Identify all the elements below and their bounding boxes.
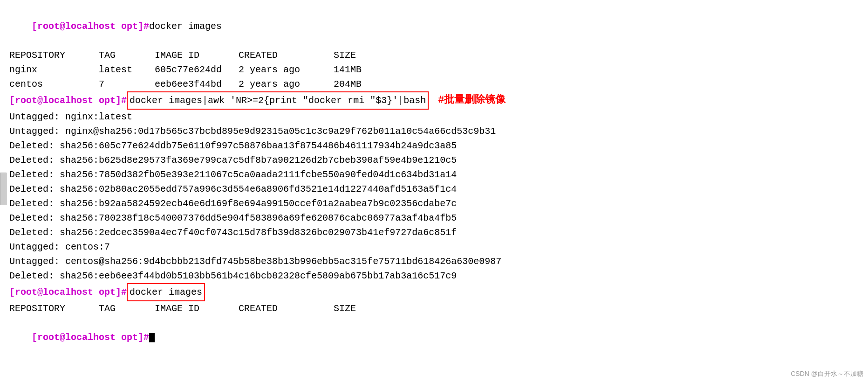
line-10: Deleted: sha256:7850d382fb05e393e211067c… — [9, 167, 859, 182]
comment-batch-delete: #批量删除镜像 — [438, 92, 506, 108]
line-5: [root@localhost opt]#docker images|awk '… — [9, 91, 859, 110]
line-8: Deleted: sha256:605c77e624ddb75e6110f997… — [9, 139, 859, 153]
line-13: Deleted: sha256:780238f18c540007376dd5e9… — [9, 211, 859, 225]
docker-images-cmd: docker images — [130, 287, 202, 298]
line-1: [root@localhost opt]#docker images — [9, 5, 859, 48]
line-19: REPOSITORY TAG IMAGE ID CREATED SIZE — [9, 301, 859, 316]
line-7: Untagged: nginx@sha256:0d17b565c37bcbd89… — [9, 124, 859, 139]
line-4: centos 7 eeb6ee3f44bd 2 years ago 204MB — [9, 77, 859, 91]
line-14: Deleted: sha256:2edcec3590a4ec7f40cf0743… — [9, 225, 859, 240]
watermark: CSDN @白开水～不加糖 — [791, 370, 863, 378]
prompt-18: [root@localhost opt]# — [9, 285, 127, 299]
line-18: [root@localhost opt]#docker images — [9, 283, 859, 301]
line-16: Untagged: centos@sha256:9d4bcbbb213dfd74… — [9, 254, 859, 269]
line-17: Deleted: sha256:eeb6ee3f44bd0b5103bb561b… — [9, 269, 859, 283]
line-20: [root@localhost opt]# — [9, 316, 859, 359]
prompt-1: [root@localhost opt]# — [32, 21, 149, 32]
line-11: Deleted: sha256:02b80ac2055edd757a996c3d… — [9, 182, 859, 196]
line-9: Deleted: sha256:b625d8e29573fa369e799ca7… — [9, 153, 859, 167]
line-12: Deleted: sha256:b92aa5824592ecb46e6d169f… — [9, 196, 859, 211]
scrollbar[interactable] — [0, 173, 7, 205]
line-3: nginx latest 605c77e624dd 2 years ago 14… — [9, 63, 859, 77]
prompt-5: [root@localhost opt]# — [9, 93, 127, 108]
terminal: [root@localhost opt]#docker images REPOS… — [0, 0, 868, 368]
awk-cmd-text: docker images|awk 'NR>=2{print "docker r… — [130, 95, 426, 106]
prompt-20: [root@localhost opt]# — [32, 332, 149, 343]
cmd-1: docker images — [149, 21, 222, 32]
docker-images-box: docker images — [127, 283, 205, 301]
line-2: REPOSITORY TAG IMAGE ID CREATED SIZE — [9, 48, 859, 63]
line-6: Untagged: nginx:latest — [9, 110, 859, 124]
line-15: Untagged: centos:7 — [9, 240, 859, 254]
terminal-cursor — [149, 333, 155, 342]
awk-cmd-box: docker images|awk 'NR>=2{print "docker r… — [127, 91, 429, 110]
